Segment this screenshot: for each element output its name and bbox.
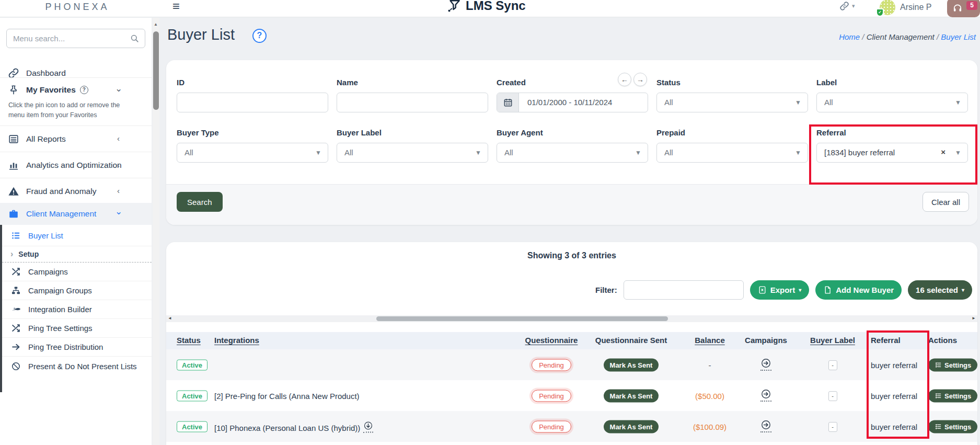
sidebar-item-label: Ping Tree Distribution xyxy=(28,343,103,351)
sidebar-item-setup[interactable]: › Setup xyxy=(2,246,152,263)
sidebar-item-ping-tree-distribution[interactable]: Ping Tree Distribution xyxy=(2,338,152,356)
column-header-questionnaire-sent: Questionnaire Sent xyxy=(588,336,674,345)
column-header-balance[interactable]: Balance xyxy=(684,336,736,345)
mark-as-sent-button[interactable]: Mark As Sent xyxy=(604,389,659,402)
list-icon xyxy=(11,231,21,241)
sidebar-item-all-reports[interactable]: All Reports xyxy=(0,128,152,151)
status-badge: Active xyxy=(177,390,207,401)
help-icon[interactable]: ? xyxy=(80,86,88,94)
sidebar-item-integration-builder[interactable]: Integration Builder xyxy=(2,300,152,318)
campaigns-link[interactable] xyxy=(760,358,771,371)
buyer-label-cell[interactable]: - xyxy=(828,391,837,401)
referral-cell: buyer referral xyxy=(871,391,928,400)
sidebar-item-label: Setup xyxy=(18,250,39,258)
download-link[interactable] xyxy=(363,420,373,432)
column-header-buyer-label[interactable]: Buyer Label xyxy=(804,336,861,345)
integrations-cell: [10] Phonexa (Personal Loan US (hybrid)) xyxy=(214,420,517,432)
buyer-label-filter-select[interactable]: All ▼ xyxy=(337,143,488,163)
caret-down-icon: ▼ xyxy=(635,149,641,156)
campaigns-link[interactable] xyxy=(760,389,771,402)
table-header-row: Status Integrations Questionnaire Questi… xyxy=(166,332,977,349)
sidebar-item-campaigns[interactable]: Campaigns xyxy=(2,263,152,281)
sidebar-item-buyer-list[interactable]: Buyer List xyxy=(2,225,152,246)
referral-filter-select[interactable]: [1834] buyer referral × ▼ xyxy=(816,143,968,163)
app-logo[interactable]: LMS Sync xyxy=(447,0,526,13)
settings-button[interactable]: Settings xyxy=(928,389,977,402)
settings-list-icon xyxy=(935,423,942,430)
breadcrumb-home[interactable]: Home xyxy=(839,32,860,41)
quick-links-menu[interactable]: ▾ xyxy=(839,1,855,11)
caret-down-icon: ▼ xyxy=(955,149,961,156)
divider xyxy=(0,178,152,178)
name-filter-input[interactable] xyxy=(337,93,488,112)
date-prev-button[interactable]: ← xyxy=(618,73,631,86)
sidebar-item-present-lists[interactable]: Present & Do Not Present Lists xyxy=(2,357,152,375)
buyer-label-filter-label: Buyer Label xyxy=(337,128,382,137)
scrollbar-thumb[interactable] xyxy=(376,316,668,321)
sidebar-scrollbar-thumb[interactable] xyxy=(153,31,159,110)
table-filter-input[interactable] xyxy=(624,280,744,300)
sidebar-item-label: Buyer List xyxy=(28,231,63,240)
settings-button[interactable]: Settings xyxy=(928,420,977,433)
status-filter-select[interactable]: All ▼ xyxy=(656,93,808,112)
hamburger-icon[interactable]: ≡ xyxy=(172,0,180,14)
notification-badge[interactable]: 5 xyxy=(966,1,977,10)
sidebar-item-my-favorites[interactable]: My Favorites ? xyxy=(0,79,152,100)
shuttle-icon xyxy=(11,304,21,314)
column-header-integrations[interactable]: Integrations xyxy=(214,336,517,345)
mark-as-sent-button[interactable]: Mark As Sent xyxy=(604,358,659,371)
created-date-range[interactable]: 01/01/2000 - 10/11/2024 xyxy=(497,93,648,112)
status-badge: Active xyxy=(177,359,207,370)
buyer-agent-filter-label: Buyer Agent xyxy=(497,128,543,137)
sidebar-item-campaign-groups[interactable]: Campaign Groups xyxy=(2,281,152,300)
breadcrumb-current[interactable]: Buyer List xyxy=(941,32,976,41)
pin-icon xyxy=(8,84,19,96)
breadcrumb: Home / Client Management / Buyer List xyxy=(839,32,976,41)
sidebar-item-ping-tree-settings[interactable]: Ping Tree Settings xyxy=(2,319,152,337)
user-name[interactable]: Arsine P xyxy=(900,3,931,12)
caret-down-icon: ▼ xyxy=(475,149,481,156)
prepaid-filter-select[interactable]: All ▼ xyxy=(656,143,808,163)
scroll-left-icon[interactable]: ◄ xyxy=(168,316,172,321)
questionnaire-badge: Pending xyxy=(532,420,571,432)
buyer-label-cell[interactable]: - xyxy=(828,360,837,370)
menu-search-input[interactable] xyxy=(13,29,123,48)
date-next-button[interactable]: → xyxy=(633,73,647,86)
search-button[interactable]: Search xyxy=(177,192,223,212)
chevron-down-icon[interactable]: ⌄ xyxy=(115,83,122,94)
clear-referral-icon[interactable]: × xyxy=(941,147,946,156)
label-filter-select[interactable]: All ▼ xyxy=(816,93,968,112)
buyer-agent-filter-select[interactable]: All ▼ xyxy=(497,143,648,163)
scroll-up-icon[interactable]: ▲ xyxy=(154,22,158,27)
column-header-status[interactable]: Status xyxy=(177,336,201,345)
mark-as-sent-button[interactable]: Mark As Sent xyxy=(604,420,659,433)
chevron-down-icon[interactable]: ⌄ xyxy=(115,206,122,217)
column-header-questionnaire[interactable]: Questionnaire xyxy=(523,336,580,345)
calendar-addon[interactable] xyxy=(497,93,519,112)
circle-arrow-icon xyxy=(760,389,771,400)
caret-down-icon: ▾ xyxy=(799,287,801,293)
funnel-logo-icon xyxy=(447,0,462,13)
add-new-buyer-button[interactable]: Add New Buyer xyxy=(815,280,902,300)
search-icon xyxy=(130,33,140,43)
sidebar-item-analytics[interactable]: Analytics and Optimization xyxy=(0,154,152,177)
sidebar-item-label: All Reports xyxy=(26,134,66,144)
questionnaire-badge: Pending xyxy=(532,359,571,371)
prepaid-filter-label: Prepaid xyxy=(656,128,685,137)
buyer-type-filter-select[interactable]: All ▼ xyxy=(177,143,328,163)
sidebar-item-client-management[interactable]: Client Management xyxy=(0,203,152,225)
bulk-selected-button[interactable]: 16 selected ▾ xyxy=(908,280,972,300)
page-help-icon[interactable]: ? xyxy=(252,29,267,43)
buyer-label-cell[interactable]: - xyxy=(828,422,837,432)
campaigns-link[interactable] xyxy=(760,419,771,432)
id-filter-input[interactable] xyxy=(177,93,328,112)
sidebar-item-fraud[interactable]: Fraud and Anomaly xyxy=(0,180,152,203)
caret-down-icon: ▼ xyxy=(315,149,321,156)
sidebar: Dashboard My Favorites ? ⌄ Click the pin… xyxy=(0,18,152,445)
shuffle-icon xyxy=(11,267,21,277)
clear-all-button[interactable]: Clear all xyxy=(923,192,969,212)
scroll-right-icon[interactable]: ► xyxy=(972,316,976,321)
settings-button[interactable]: Settings xyxy=(928,358,977,371)
export-button[interactable]: Export ▾ xyxy=(750,280,810,300)
circle-arrow-icon xyxy=(760,419,771,430)
